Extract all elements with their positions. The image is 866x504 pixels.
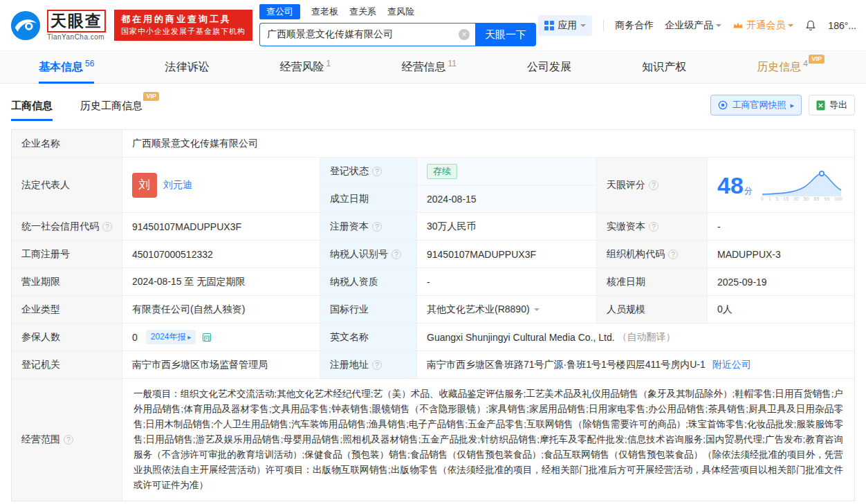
excel-export-icon [816,100,825,111]
reg-status-value-cell: 存续 [417,158,597,185]
score-unit: 分 [744,186,753,196]
reg-capital: 30万人民币 [427,221,477,233]
membership-label: 开通会员 [746,19,785,32]
chevron-down-icon [580,24,586,30]
tab-basic-info[interactable]: 基本信息 56 [39,51,94,83]
search-tabs: 查公司 查老板 查关系 查风险 [259,4,536,19]
field-label: 成立日期 [330,193,369,205]
nearby-companies-link[interactable]: 附近公司 [712,359,751,371]
company-name-value-cell: 广西顺景意文化传媒有限公司 [122,130,854,158]
score-value-cell[interactable]: 48分 0151530506599100 [708,158,854,213]
business-scope-label-cell: 经营范围 [12,379,122,501]
score-axis-ticks: 0151530506599100 [761,196,842,201]
legal-rep-avatar[interactable]: 刘 [132,173,157,198]
business-scope: 一般项目：组织文化艺术交流活动;其他文化艺术经纪代理;艺（美）术品、收藏品鉴定评… [133,386,843,493]
temperature-widget[interactable]: 186°... [828,20,856,31]
field-label: 参保人数 [21,331,60,344]
tab-label: 知识产权 [642,60,686,75]
paid-capital-value-cell: - [708,213,854,241]
nav-enterprise-products[interactable]: 企业级产品 [665,19,721,32]
reg-capital-value-cell: 30万人民币 [417,213,597,241]
tab-intellectual-property[interactable]: 知识产权 [642,51,686,83]
tax-quality: - [427,277,430,288]
credit-code: 91450107MADUPPUX3F [132,221,241,232]
industry-expand-icon[interactable] [534,308,540,314]
export-button[interactable]: 导出 [809,95,855,115]
address-value-cell: 南宁市西乡塘区鲁班路71号广源·鲁班1号1号楼四层411号房内U-1 附近公司 [417,351,854,379]
industry-value-cell: 其他文化艺术业(R8890) [417,296,597,324]
company-name-label-cell: 企业名称 [12,130,122,158]
staff-size-label-cell: 人员规模 [597,296,708,324]
tab-operating-risk[interactable]: 经营风险 1 [280,51,331,83]
status-badge: 存续 [427,164,457,179]
staff-size-value-cell: 0人 [708,296,854,324]
search-tab-risk[interactable]: 查风险 [387,4,414,19]
clear-search-icon[interactable] [459,29,470,40]
org-code-label-cell: 组织机构代码 [597,241,708,268]
top-header: 天眼查 TianYanCha.com 都在用的商业查询工具 国家中小企业发展子基… [0,0,866,50]
english-name-value-cell: Guangxi Shunjingyi Cultural Media Co., L… [417,324,854,351]
tab-company-development[interactable]: 公司发展 [527,51,571,83]
help-icon[interactable] [391,250,401,259]
apps-menu[interactable]: 应用 [538,15,592,36]
company-building-icon[interactable] [201,332,212,343]
snapshot-label: 工商官网快照 [732,99,786,111]
legal-rep-name-link[interactable]: 刘元迪 [163,179,192,192]
search-tab-relation[interactable]: 查关系 [349,4,376,19]
tab-history-info[interactable]: 历史信息 4 VIP [757,51,808,83]
search-button[interactable]: 天眼一下 [475,23,536,46]
help-icon[interactable] [372,222,382,232]
search-input[interactable] [259,23,475,46]
official-snapshot-button[interactable]: 工商官网快照 [710,95,802,115]
search-tab-company[interactable]: 查公司 [259,4,300,19]
help-icon[interactable] [668,250,678,259]
tab-operating-info[interactable]: 经营信息 11 [401,51,456,83]
promo-line2: 国家中小企业发展子基金旗下机构 [121,26,246,37]
company-type-value-cell: 有限责任公司(自然人独资) [122,296,320,324]
tab-legal-proceedings[interactable]: 法律诉讼 [165,51,209,83]
reg-capital-label-cell: 注册资本 [320,213,417,241]
help-icon[interactable] [649,222,658,232]
tab-count: 4 [803,59,808,68]
tianyancha-logo[interactable]: 天眼查 TianYanCha.com [10,10,106,41]
business-term: 2024-08-15 至 无固定期限 [132,276,245,288]
promo-banner: 都在用的商业查询工具 国家中小企业发展子基金旗下机构 [114,10,252,41]
reg-number: 450107000512332 [132,249,213,260]
tax-quality-value-cell: - [417,268,597,296]
notification-bell-icon[interactable] [804,19,817,32]
help-icon[interactable] [102,222,112,232]
field-label: 企业类型 [21,304,60,316]
taxpayer-id: 91450107MADUPPUX3F [427,249,536,260]
field-label: 工商注册号 [21,248,70,261]
search-tab-boss[interactable]: 查老板 [311,4,338,19]
legal-rep-value-cell: 刘 刘元迪 [122,158,320,213]
field-label: 实缴资本 [607,221,645,233]
english-name-label-cell: 英文名称 [320,324,417,351]
nav-cooperation[interactable]: 商务合作 [615,19,654,32]
field-label: 人员规模 [607,304,645,316]
tab-label: 法律诉讼 [165,60,209,75]
field-label: 核准日期 [607,276,645,288]
help-icon[interactable] [372,360,382,370]
search-block: 查公司 查老板 查关系 查风险 天眼一下 [259,4,536,46]
legal-rep-label-cell: 法定代表人 [12,158,122,213]
tab-label: 经营信息 [401,60,445,75]
promo-line1: 都在用的商业查询工具 [121,13,246,26]
paid-capital-label-cell: 实缴资本 [597,213,708,241]
field-label: 国标行业 [330,304,369,316]
help-icon[interactable] [649,180,658,190]
subtab-history-registration[interactable]: 历史工商信息 VIP [80,100,142,121]
enterprise-label: 企业级产品 [665,19,713,32]
business-term-value-cell: 2024-08-15 至 无固定期限 [122,268,320,296]
score-curve-icon [761,169,842,197]
score-chart: 0151530506599100 [761,169,842,201]
help-icon[interactable] [64,435,73,445]
annual-report-badge[interactable]: 2024年报 [146,330,196,344]
nav-membership[interactable]: 开通会员 [733,19,793,32]
score-value: 48 [717,172,744,198]
help-icon[interactable] [372,167,382,176]
business-scope-value-cell: 一般项目：组织文化艺术交流活动;其他文化艺术经纪代理;艺（美）术品、收藏品鉴定评… [122,379,854,501]
subtab-business-registration[interactable]: 工商信息 [11,100,53,121]
approval-date-value-cell: 2025-09-19 [708,268,854,296]
divider [603,20,604,31]
